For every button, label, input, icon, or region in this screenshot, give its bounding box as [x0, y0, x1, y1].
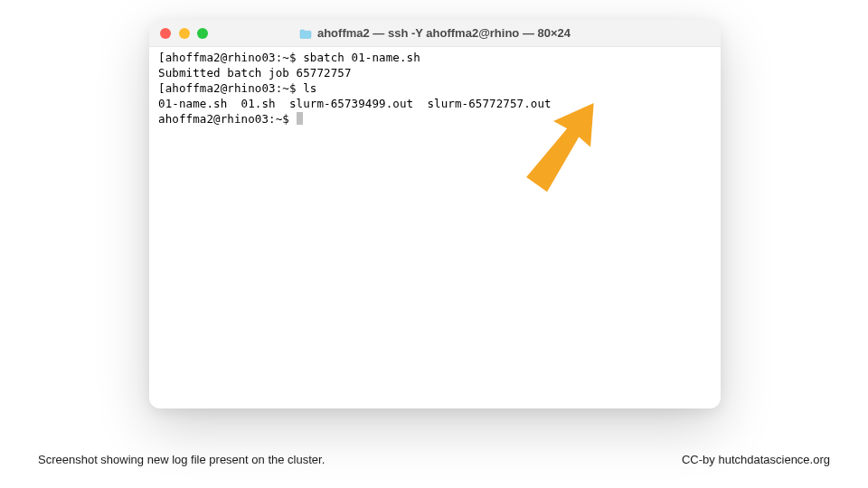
- titlebar: ahoffma2 — ssh -Y ahoffma2@rhino — 80×24: [149, 20, 721, 47]
- traffic-lights: [149, 28, 208, 39]
- minimize-icon[interactable]: [179, 28, 190, 39]
- maximize-icon[interactable]: [197, 28, 208, 39]
- window-title-wrap: ahoffma2 — ssh -Y ahoffma2@rhino — 80×24: [149, 26, 721, 40]
- cursor-icon: [297, 112, 303, 125]
- window-title: ahoffma2 — ssh -Y ahoffma2@rhino — 80×24: [317, 26, 571, 40]
- terminal-line: [ahoffma2@rhino03:~$ ls: [158, 81, 316, 95]
- terminal-body[interactable]: [ahoffma2@rhino03:~$ sbatch 01-name.sh S…: [149, 47, 721, 408]
- terminal-line: [ahoffma2@rhino03:~$ sbatch 01-name.sh: [158, 51, 420, 64]
- caption-right: CC-by hutchdatascience.org: [682, 453, 830, 466]
- terminal-window: ahoffma2 — ssh -Y ahoffma2@rhino — 80×24…: [149, 20, 721, 408]
- caption-left: Screenshot showing new log file present …: [38, 453, 325, 466]
- folder-icon: [299, 28, 312, 38]
- terminal-line: Submitted batch job 65772757: [158, 66, 352, 80]
- terminal-line: ahoffma2@rhino03:~$: [158, 112, 297, 126]
- terminal-line: 01-name.sh 01.sh slurm-65739499.out slur…: [158, 97, 552, 110]
- close-icon[interactable]: [160, 28, 171, 39]
